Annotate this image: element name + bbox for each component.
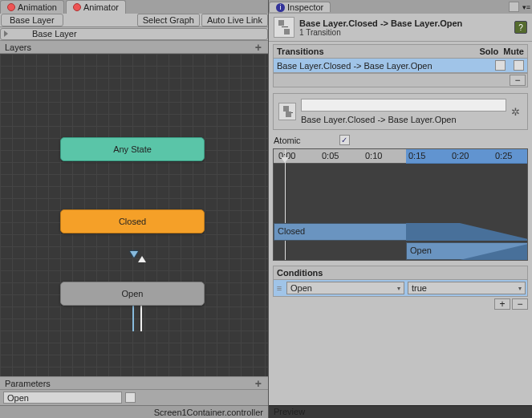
tab-animator[interactable]: Animator xyxy=(66,0,126,14)
condition-row: ≡ Open ▾ true ▾ xyxy=(273,280,528,297)
parameter-name-input[interactable] xyxy=(3,392,122,404)
node-open[interactable]: Open xyxy=(60,282,205,306)
svg-marker-0 xyxy=(406,223,528,241)
transition-name-box: Base Layer.Closed -> Base Layer.Open ✲ xyxy=(273,93,528,130)
status-bar: Screen1Container.controller xyxy=(0,405,268,418)
inspector-title: Base Layer.Closed -> Base Layer.Open xyxy=(299,18,510,28)
transition-timeline[interactable]: 0:00 0:05 0:10 0:15 0:20 0:25 1 Closed O… xyxy=(273,148,528,261)
atomic-label: Atomic xyxy=(274,136,301,145)
select-graph-button[interactable]: Select Graph xyxy=(137,14,200,26)
conditions-section: Conditions ≡ Open ▾ true ▾ + − xyxy=(273,266,528,311)
playhead[interactable] xyxy=(285,149,286,260)
node-any-label: Any State xyxy=(113,144,152,154)
condition-param-label: Open xyxy=(290,283,312,293)
node-closed-label: Closed xyxy=(119,217,146,226)
preview-bar[interactable]: Preview xyxy=(269,405,532,418)
lock-button[interactable] xyxy=(509,2,519,12)
preview-label: Preview xyxy=(274,407,305,416)
svg-marker-1 xyxy=(406,242,528,260)
ruler-tick-5: 0:25 xyxy=(495,151,512,160)
add-condition-button[interactable]: + xyxy=(494,298,510,310)
parameters-header-label: Parameters xyxy=(5,379,51,388)
mute-checkbox[interactable] xyxy=(514,60,524,71)
layer-bar: Base Layer xyxy=(0,27,268,41)
transition-name-label: Base Layer.Closed -> Base Layer.Open xyxy=(301,115,506,124)
transition-icon-small xyxy=(278,103,296,120)
inspector-subtitle: 1 Transition xyxy=(299,28,510,37)
animator-toolbar: Base Layer Select Graph Auto Live Link xyxy=(0,14,268,27)
condition-value-label: true xyxy=(412,283,427,293)
drag-handle-icon[interactable]: ≡ xyxy=(275,283,283,293)
transition-arrow-down-icon[interactable] xyxy=(130,251,138,258)
remove-condition-button[interactable]: − xyxy=(512,298,528,310)
transition-row[interactable]: Base Layer.Closed -> Base Layer.Open xyxy=(274,59,527,73)
layers-header-label: Layers xyxy=(5,43,31,52)
clip-open-fade xyxy=(406,242,528,260)
transition-icon xyxy=(274,17,294,38)
help-button[interactable]: ? xyxy=(514,21,527,34)
transitions-header: Transitions Solo Mute xyxy=(273,44,528,59)
condition-param-dropdown[interactable]: Open ▾ xyxy=(286,282,404,294)
timeline-ruler[interactable]: 0:00 0:05 0:10 0:15 0:20 0:25 1 xyxy=(274,149,527,164)
condition-value-dropdown[interactable]: true ▾ xyxy=(408,282,526,294)
left-tab-row: Animation Animator xyxy=(0,0,268,14)
play-icon xyxy=(4,30,8,37)
caret-down-icon: ▾ xyxy=(518,285,522,292)
parameter-bool-checkbox[interactable] xyxy=(125,392,136,403)
remove-transition-button[interactable]: − xyxy=(510,75,526,86)
atomic-row: Atomic xyxy=(269,133,532,147)
clock-icon xyxy=(7,3,15,11)
panel-menu-button[interactable]: ▾≡ xyxy=(521,3,532,11)
parameters-header: Parameters + xyxy=(0,377,268,390)
node-open-label: Open xyxy=(122,289,144,298)
solo-checkbox[interactable] xyxy=(495,60,506,71)
transitions-header-label: Transitions xyxy=(277,47,324,56)
clip-closed-label: Closed xyxy=(278,226,305,236)
status-text: Screen1Container.controller xyxy=(154,408,263,417)
mute-label: Mute xyxy=(503,47,524,56)
conditions-header-label: Conditions xyxy=(277,268,323,278)
tab-inspector[interactable]: i Inspector xyxy=(269,2,331,12)
node-any-state[interactable]: Any State xyxy=(60,137,205,161)
transitions-section: Transitions Solo Mute Base Layer.Closed … xyxy=(273,44,528,87)
layers-header: Layers + xyxy=(0,41,268,54)
add-parameter-button[interactable]: + xyxy=(254,377,263,390)
tab-animation[interactable]: Animation xyxy=(0,0,64,14)
ruler-tick-3: 0:15 xyxy=(408,151,425,160)
parameter-row xyxy=(0,390,268,405)
transition-arrow-up-icon[interactable] xyxy=(138,256,146,262)
right-tab-row: i Inspector ▾≡ xyxy=(269,0,532,14)
add-layer-button[interactable]: + xyxy=(254,41,263,54)
solo-label: Solo xyxy=(479,47,498,56)
animator-icon xyxy=(73,3,81,11)
animator-graph[interactable]: Any State Closed Open xyxy=(0,54,268,376)
ruler-tick-1: 0:05 xyxy=(322,151,339,160)
gear-icon[interactable]: ✲ xyxy=(511,106,522,117)
transition-name-input[interactable] xyxy=(301,99,506,112)
layer-button[interactable]: Base Layer xyxy=(0,28,268,40)
inspector-header: Base Layer.Closed -> Base Layer.Open 1 T… xyxy=(269,14,532,42)
tab-inspector-label: Inspector xyxy=(287,2,323,12)
tab-animator-label: Animator xyxy=(83,2,119,12)
inspector-icon: i xyxy=(276,3,285,12)
parameters-panel: Parameters + xyxy=(0,376,268,405)
layer-button-label: Base Layer xyxy=(32,29,77,39)
tab-animation-label: Animation xyxy=(18,2,57,12)
atomic-checkbox[interactable] xyxy=(339,135,350,145)
breadcrumb-base-layer[interactable]: Base Layer xyxy=(1,14,63,26)
ruler-tick-4: 0:20 xyxy=(452,151,469,160)
auto-live-link-button[interactable]: Auto Live Link xyxy=(201,14,268,26)
transition-row-label: Base Layer.Closed -> Base Layer.Open xyxy=(277,61,433,71)
ruler-tick-6: 1 xyxy=(527,151,528,160)
conditions-header: Conditions xyxy=(273,266,528,280)
node-closed[interactable]: Closed xyxy=(60,209,205,233)
ruler-tick-2: 0:10 xyxy=(365,151,382,160)
caret-down-icon: ▾ xyxy=(397,285,400,292)
clip-closed-fade xyxy=(406,223,528,241)
